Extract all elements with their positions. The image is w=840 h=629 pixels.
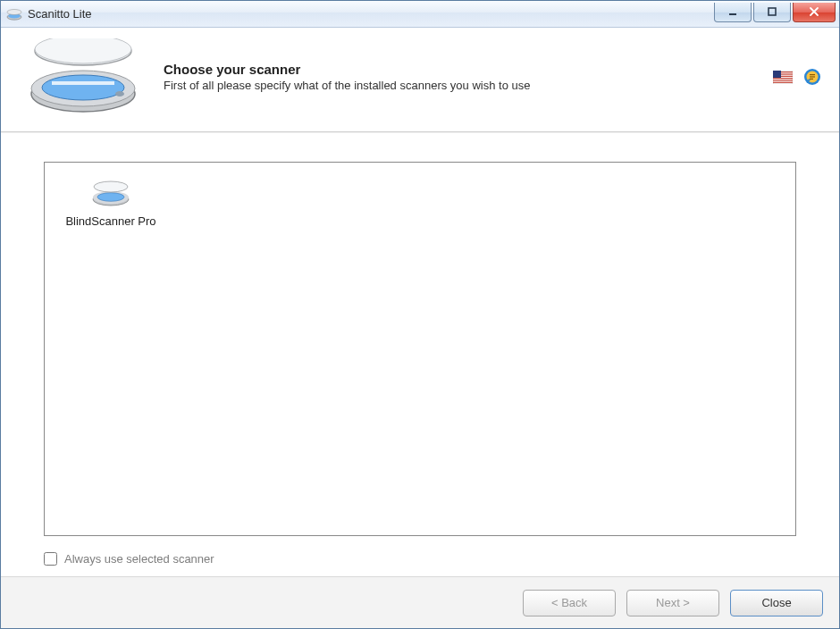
always-use-label: Always use selected scanner (64, 552, 214, 566)
minimize-button[interactable] (714, 3, 752, 22)
svg-point-10 (35, 38, 131, 63)
window-title: Scanitto Lite (28, 7, 92, 21)
close-window-button[interactable] (793, 3, 836, 22)
scanner-illustration-icon (12, 38, 155, 115)
svg-point-11 (115, 91, 124, 96)
always-use-checkbox-row[interactable]: Always use selected scanner (44, 552, 796, 566)
help-icon[interactable] (803, 68, 821, 86)
svg-rect-16 (773, 78, 793, 79)
maximize-button[interactable] (753, 3, 791, 22)
svg-rect-19 (773, 71, 781, 78)
svg-point-7 (42, 75, 124, 100)
close-button[interactable]: Close (730, 590, 823, 616)
svg-rect-17 (773, 80, 793, 80)
app-window: Scanitto Lite (0, 0, 840, 629)
svg-rect-23 (810, 76, 815, 77)
svg-point-27 (97, 193, 124, 202)
header-text: Choose your scanner First of all please … (155, 62, 773, 92)
svg-point-2 (7, 9, 21, 14)
back-button[interactable]: < Back (523, 590, 616, 616)
next-button[interactable]: Next > (626, 590, 719, 616)
svg-rect-8 (52, 81, 114, 85)
wizard-footer: < Back Next > Close (1, 576, 839, 628)
always-use-checkbox[interactable] (44, 552, 57, 566)
scanner-item[interactable]: BlindScanner Pro (57, 175, 164, 231)
window-controls (712, 3, 839, 22)
header-subheading: First of all please specify what of the … (164, 79, 773, 92)
header-heading: Choose your scanner (164, 62, 773, 77)
wizard-content: BlindScanner Pro Always use selected sca… (1, 132, 839, 576)
svg-point-28 (94, 181, 128, 192)
scanner-item-icon (89, 179, 132, 207)
titlebar: Scanitto Lite (1, 1, 839, 28)
svg-rect-4 (769, 8, 776, 15)
scanner-item-label: BlindScanner Pro (65, 214, 155, 228)
svg-rect-3 (729, 13, 736, 15)
svg-rect-22 (810, 74, 815, 75)
wizard-header: Choose your scanner First of all please … (1, 28, 839, 132)
svg-rect-18 (773, 81, 793, 82)
svg-rect-24 (810, 79, 813, 80)
app-icon (6, 8, 22, 21)
language-flag-icon[interactable] (773, 71, 793, 84)
scanner-list[interactable]: BlindScanner Pro (44, 162, 796, 536)
header-icons (773, 68, 825, 86)
